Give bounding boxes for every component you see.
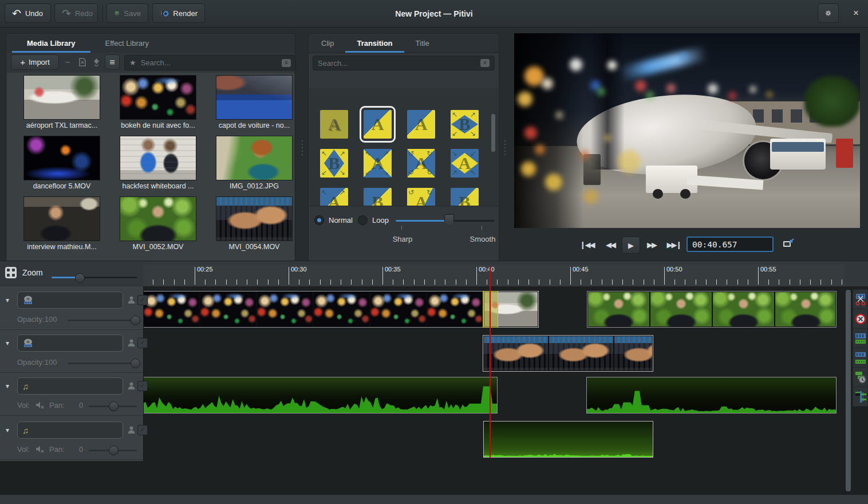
undo-button[interactable]: ↶ Undo [5, 3, 51, 23]
layer-name-field[interactable]: ♫ [17, 422, 123, 439]
playhead[interactable] [490, 267, 491, 458]
pan-slider-handle[interactable] [109, 446, 119, 455]
transition-tile[interactable]: A↺↻↺↻ [407, 188, 435, 206]
close-button[interactable]: × [847, 3, 865, 23]
transition-clip[interactable] [483, 291, 498, 328]
menu-button[interactable] [818, 3, 839, 23]
layer-name-field[interactable] [17, 334, 123, 352]
media-item[interactable]: hackfest whiteboard ... [110, 136, 206, 190]
save-button[interactable]: Save [106, 3, 148, 23]
transition-scrollbar[interactable] [491, 114, 495, 152]
transition-tile[interactable]: A↖↗↙↘ [320, 188, 348, 206]
media-item[interactable]: aéroport TXL tarmac... [14, 76, 110, 129]
layer-name-field[interactable] [17, 292, 123, 309]
video-clip[interactable] [143, 291, 483, 328]
ruler-major-tick [664, 267, 665, 285]
transition-tile[interactable]: B [364, 188, 392, 206]
layer-expander[interactable]: ▾ [6, 296, 9, 304]
timeline-horizontal-scrollbar[interactable] [0, 495, 868, 504]
transition-tile[interactable]: B↖↗↙↘ [320, 149, 348, 178]
layer-expander[interactable]: ▾ [6, 339, 9, 347]
timeline-ruler[interactable]: 00:2500:3000:3500:4000:4500:5000:55 [143, 265, 845, 286]
media-item[interactable]: MVI_0054.MOV [206, 197, 294, 251]
layer-enabled-checkbox[interactable]: ✓ [137, 425, 148, 435]
rewind-button[interactable]: ◀◀ [602, 237, 618, 253]
layer-enabled-checkbox[interactable]: ✓ [137, 338, 148, 348]
play-button[interactable]: ▶ [622, 237, 640, 254]
ruler-minor-tick [278, 279, 279, 285]
opacity-slider-handle[interactable] [131, 316, 140, 325]
media-item[interactable]: IMG_0012.JPG [206, 136, 294, 190]
timeline-vertical-scrollbar[interactable] [846, 290, 851, 491]
transition-search-input[interactable]: Search... × [313, 56, 495, 70]
view-options-button[interactable]: ≡ [105, 54, 120, 70]
redo-button[interactable]: ↷ Redo [54, 3, 98, 23]
insert-at-end-button[interactable] [89, 54, 103, 70]
media-item[interactable]: MVI_0052.MOV [110, 197, 206, 251]
opacity-slider[interactable] [68, 363, 136, 364]
layer-enabled-checkbox[interactable]: ✓ [137, 381, 148, 391]
media-item[interactable]: dancefloor 5.MOV [14, 136, 110, 190]
layer-enabled-checkbox[interactable]: ✓ [137, 295, 148, 305]
tab-clip[interactable]: Clip [310, 34, 345, 53]
audio-clip[interactable] [483, 421, 653, 458]
ruler-minor-tick [727, 279, 727, 285]
ruler-minor-tick [810, 279, 811, 285]
mode-loop-radio[interactable]: Loop [358, 215, 389, 225]
close-gaps-button[interactable] [853, 387, 867, 406]
clear-search-icon[interactable]: × [480, 59, 490, 67]
split-clip-button[interactable] [853, 290, 867, 309]
slider-handle[interactable] [444, 214, 454, 226]
render-button[interactable]: Render [152, 3, 205, 23]
transition-tile[interactable]: A [407, 110, 435, 139]
transition-tile[interactable]: A↺↻↺↻ [407, 149, 435, 178]
red-truck [836, 139, 853, 168]
layer-name-field[interactable]: ♫ [17, 377, 123, 395]
muted-speaker-icon[interactable] [35, 401, 45, 411]
pane-handle[interactable] [302, 140, 303, 155]
undock-viewer-button[interactable] [782, 238, 795, 249]
media-thumbnail [216, 136, 292, 180]
pan-slider-handle[interactable] [109, 401, 119, 411]
audio-clip[interactable] [586, 377, 837, 414]
zoom-slider-handle[interactable] [75, 273, 85, 283]
go-start-button[interactable]: ❙◀◀ [578, 237, 595, 253]
align-clips-button[interactable] [853, 368, 867, 387]
media-search-placeholder: Search... [141, 58, 277, 67]
layer-expander[interactable]: ▾ [6, 382, 9, 390]
delete-clip-button[interactable] [853, 309, 867, 329]
ungroup-clips-button[interactable] [853, 348, 867, 368]
pane-handle[interactable] [504, 140, 506, 155]
media-item[interactable]: interview mathieu.M... [14, 197, 110, 251]
muted-speaker-icon[interactable] [35, 445, 45, 455]
import-button[interactable]: + Import [11, 54, 59, 70]
video-clip[interactable] [483, 335, 653, 372]
media-item[interactable]: capot de voiture - no... [206, 76, 294, 129]
forward-button[interactable]: ▶▶ [644, 237, 660, 253]
transition-tile[interactable]: B↖↗↙↘ [451, 110, 479, 139]
remove-asset-button[interactable]: − [61, 54, 74, 70]
group-clips-button[interactable] [853, 329, 867, 348]
media-item-name: IMG_0012.JPG [206, 182, 294, 190]
transition-tile[interactable]: A [320, 110, 348, 139]
tab-title[interactable]: Title [404, 34, 441, 53]
video-clip[interactable] [587, 291, 837, 328]
layer-expander[interactable]: ▾ [6, 426, 9, 434]
media-item[interactable]: bokeh de nuit avec fo... [110, 76, 206, 129]
tab-effect-library[interactable]: Effect Library [90, 34, 164, 53]
tab-media-library[interactable]: Media Library [12, 34, 90, 53]
clip-properties-button[interactable] [76, 54, 89, 70]
transition-tile[interactable]: B [451, 188, 479, 206]
opacity-slider[interactable] [68, 320, 136, 321]
zoom-fit-icon[interactable] [5, 266, 17, 279]
transition-tile[interactable]: A↖↗↙↘ [364, 149, 392, 178]
opacity-slider-handle[interactable] [131, 359, 140, 368]
timecode-input[interactable]: 00:40.657 [686, 237, 774, 252]
transition-tile[interactable]: A↘↙↗↖ [451, 149, 479, 178]
media-search-input[interactable]: ★ Search... × [124, 55, 296, 70]
go-end-button[interactable]: ▶▶❙ [665, 237, 682, 253]
tab-transition[interactable]: Transition [345, 34, 404, 53]
mode-normal-radio[interactable]: Normal [314, 215, 353, 225]
clear-search-icon[interactable]: × [282, 59, 291, 67]
audio-clip[interactable] [143, 377, 498, 414]
